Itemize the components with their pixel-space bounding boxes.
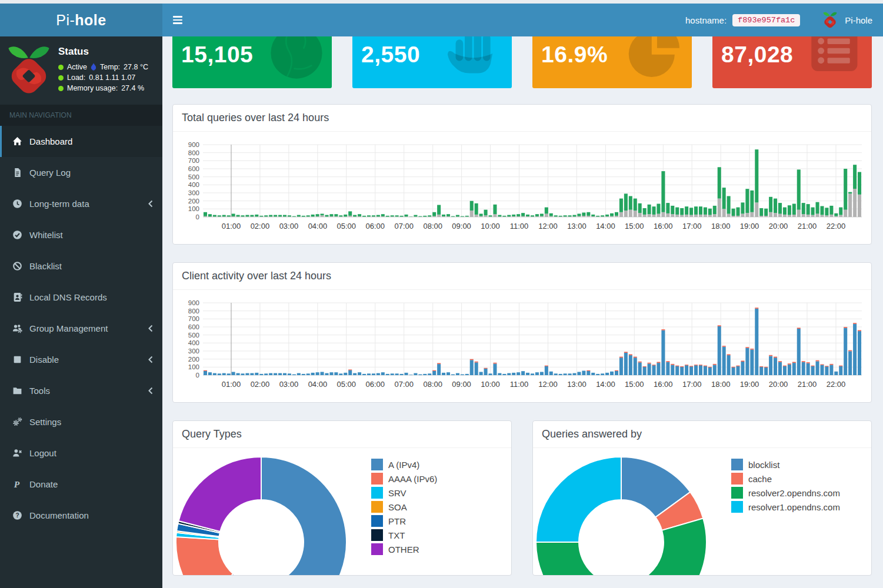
legend-item-cache[interactable]: cache (731, 472, 840, 486)
svg-text:13:00: 13:00 (567, 380, 587, 389)
sidebar-item-whitelist[interactable]: Whitelist (0, 219, 162, 250)
svg-text:700: 700 (188, 315, 199, 322)
queries-answered-by-panel: Queries answered by blocklistcacheresolv… (532, 420, 872, 576)
status-dot-icon (58, 65, 64, 70)
svg-text:01:00: 01:00 (222, 380, 241, 389)
panel-title: Total queries over last 24 hours (173, 105, 871, 132)
legend-label: PTR (388, 516, 406, 526)
svg-text:02:00: 02:00 (251, 380, 270, 389)
legend-label: AAAA (IPv6) (388, 474, 437, 484)
queries-answered-by-legend: blocklistcacheresolver2.opendns.comresol… (731, 457, 840, 514)
chevron-left-icon (148, 387, 153, 395)
legend-item-soa[interactable]: SOA (371, 500, 437, 514)
sidebar-item-tools[interactable]: Tools (0, 375, 162, 406)
svg-text:600: 600 (188, 323, 199, 330)
sidebar-item-settings[interactable]: Settings (0, 406, 162, 437)
svg-text:14:00: 14:00 (596, 222, 615, 230)
sidebar-item-documentation[interactable]: ?Documentation (0, 500, 162, 531)
sidebar-item-dashboard[interactable]: Dashboard (0, 126, 162, 157)
donut-slice[interactable] (176, 537, 233, 576)
status-temp-label: Temp: (100, 63, 120, 71)
legend-item-other[interactable]: OTHER (371, 542, 437, 556)
file-icon (11, 168, 23, 178)
sidebar-item-donate[interactable]: PDonate (0, 469, 162, 500)
svg-text:0: 0 (196, 213, 199, 220)
legend-item-aaaa-ipv6-[interactable]: AAAA (IPv6) (371, 472, 437, 486)
sidebar-item-disable[interactable]: Disable (0, 344, 162, 375)
svg-text:800: 800 (188, 308, 199, 315)
legend-swatch (731, 501, 743, 513)
donut-slice[interactable] (179, 457, 261, 532)
queries-answered-by-donut[interactable] (535, 456, 708, 576)
sidebar-toggle-button[interactable] (173, 16, 186, 24)
svg-text:?: ? (15, 512, 19, 519)
svg-text:600: 600 (188, 165, 199, 172)
chevron-left-icon (148, 325, 153, 332)
svg-text:11:00: 11:00 (510, 380, 529, 389)
legend-label: SRV (388, 488, 406, 498)
legend-item-ptr[interactable]: PTR (371, 514, 437, 528)
legend-item-resolver2-opendns-com[interactable]: resolver2.opendns.com (731, 486, 840, 500)
legend-item-a-ipv4-[interactable]: A (IPv4) (371, 457, 437, 472)
svg-text:0: 0 (196, 372, 199, 379)
card-value: 15,105 (181, 42, 323, 68)
client-activity-chart[interactable]: 010020030040050060070080090001:0002:0003… (181, 293, 863, 396)
app-logo[interactable]: Pi-hole (0, 4, 162, 36)
legend-label: OTHER (388, 544, 419, 554)
svg-text:100: 100 (188, 205, 199, 212)
donut-slice[interactable] (536, 457, 621, 542)
folder-icon (11, 386, 23, 396)
svg-text:05:00: 05:00 (337, 222, 356, 230)
legend-label: blocklist (748, 460, 779, 470)
legend-item-srv[interactable]: SRV (371, 486, 437, 500)
status-memory-label: Memory usage: (67, 84, 118, 92)
svg-text:21:00: 21:00 (798, 380, 817, 389)
user-logout-icon (11, 448, 23, 458)
svg-text:900: 900 (188, 141, 199, 148)
legend-swatch (371, 529, 383, 541)
query-types-legend: A (IPv4)AAAA (IPv6)SRVSOAPTRTXTOTHER (371, 457, 437, 556)
panel-title: Client activity over last 24 hours (173, 263, 871, 290)
status-load-values: 0.81 1.11 1.07 (89, 74, 135, 82)
svg-text:22:00: 22:00 (827, 222, 846, 230)
panel-title: Query Types (173, 421, 511, 448)
hostname-value: f893e957fa1c (732, 14, 800, 26)
legend-swatch (371, 473, 383, 485)
legend-swatch (371, 459, 383, 470)
legend-label: resolver2.opendns.com (748, 488, 840, 498)
sidebar-item-label: Long-term data (29, 199, 89, 209)
legend-label: A (IPv4) (388, 460, 419, 470)
legend-item-resolver1-opendns-com[interactable]: resolver1.opendns.com (731, 500, 840, 514)
sidebar-item-long-term-data[interactable]: Long-term data (0, 188, 162, 219)
svg-text:10:00: 10:00 (481, 222, 500, 230)
legend-swatch (731, 473, 743, 485)
legend-item-blocklist[interactable]: blocklist (731, 457, 840, 472)
legend-item-txt[interactable]: TXT (371, 528, 437, 542)
sidebar-item-logout[interactable]: Logout (0, 437, 162, 469)
query-types-donut[interactable] (175, 456, 348, 576)
svg-text:21:00: 21:00 (798, 222, 817, 230)
sidebar-item-group-management[interactable]: Group Management (0, 313, 162, 344)
home-icon (11, 136, 23, 146)
svg-text:19:00: 19:00 (740, 380, 759, 389)
card-value: 87,028 (721, 42, 863, 68)
card-value: 16.9% (541, 42, 683, 68)
sidebar-item-label: Blacklist (29, 261, 62, 271)
sidebar-item-query-log[interactable]: Query Log (0, 157, 162, 188)
main-content: Total queries (2 clients)15,105Queries B… (162, 4, 883, 576)
total-queries-chart[interactable]: 010020030040050060070080090001:0002:0003… (181, 135, 863, 238)
status-title: Status (58, 46, 148, 58)
svg-text:500: 500 (188, 332, 199, 339)
chevron-left-icon (148, 356, 153, 363)
clock-icon (11, 199, 23, 209)
legend-swatch (371, 515, 383, 527)
sidebar-item-local-dns-records[interactable]: Local DNS Records (0, 282, 162, 313)
pihole-brand-link[interactable]: Pi-hole (845, 15, 872, 25)
svg-text:18:00: 18:00 (711, 380, 731, 389)
legend-swatch (731, 487, 743, 499)
sidebar-nav: DashboardQuery LogLong-term dataWhitelis… (0, 126, 162, 531)
status-load-line: Load: 0.81 1.11 1.07 (58, 74, 148, 82)
svg-text:07:00: 07:00 (394, 222, 414, 230)
sidebar-item-blacklist[interactable]: Blacklist (0, 250, 162, 282)
sidebar-item-label: Logout (29, 448, 56, 458)
